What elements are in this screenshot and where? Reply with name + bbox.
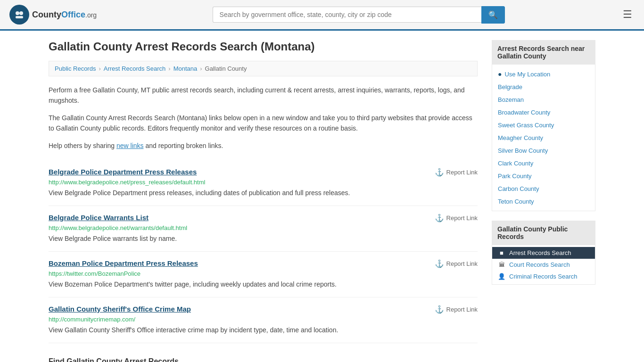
sidebar-item-clark[interactable]: Clark County <box>492 157 595 170</box>
sidebar-use-location[interactable]: ● Use My Location <box>492 67 595 81</box>
result-title[interactable]: Belgrade Police Warrants List <box>49 214 149 222</box>
use-my-location-link[interactable]: Use My Location <box>504 71 550 78</box>
breadcrumb-current: Gallatin County <box>205 65 247 72</box>
result-title[interactable]: Gallatin County Sheriff's Office Crime M… <box>49 305 191 313</box>
result-header: Belgrade Police Department Press Release… <box>49 168 478 177</box>
sidebar: Arrest Records Search near Gallatin Coun… <box>492 40 595 362</box>
court-records-link[interactable]: Court Records Search <box>509 261 570 268</box>
result-item: Bozeman Police Department Press Releases… <box>49 252 478 297</box>
report-label: Report Link <box>446 214 478 222</box>
park-county-link[interactable]: Park County <box>498 173 532 180</box>
sweet-grass-county-link[interactable]: Sweet Grass County <box>498 122 554 129</box>
sidebar-criminal-records[interactable]: 👤 Criminal Records Search <box>492 271 595 282</box>
sidebar-nearby-links: ● Use My Location Belgrade Bozeman Broad… <box>492 65 595 211</box>
result-item: Gallatin County Sheriff's Office Crime M… <box>49 297 478 343</box>
main-content: Gallatin County Arrest Records Search (M… <box>49 40 478 362</box>
section-bottom-title: Find Gallatin County Arrest Records <box>49 353 478 362</box>
new-links[interactable]: new links <box>116 142 144 149</box>
search-area: 🔍 <box>213 6 505 24</box>
breadcrumb-sep-2: › <box>168 65 170 72</box>
report-icon: ⚓ <box>435 168 444 177</box>
description-para2: The Gallatin County Arrest Records Searc… <box>49 113 478 134</box>
search-input[interactable] <box>213 7 481 23</box>
search-button[interactable]: 🔍 <box>481 6 505 24</box>
sidebar-item-meagher[interactable]: Meagher County <box>492 132 595 144</box>
broadwater-county-link[interactable]: Broadwater County <box>498 109 550 116</box>
criminal-records-icon: 👤 <box>498 273 505 280</box>
report-link-3[interactable]: ⚓ Report Link <box>435 305 478 314</box>
belgrade-link[interactable]: Belgrade <box>498 83 522 90</box>
breadcrumb: Public Records › Arrest Records Search ›… <box>49 61 478 76</box>
logo-icon <box>9 5 29 25</box>
sidebar-item-sweet-grass[interactable]: Sweet Grass County <box>492 119 595 132</box>
arrest-records-icon: ■ <box>498 249 505 256</box>
page-title: Gallatin County Arrest Records Search (M… <box>49 40 478 53</box>
sidebar-nearby-section: Arrest Records Search near Gallatin Coun… <box>492 40 595 211</box>
sidebar-nearby-header: Arrest Records Search near Gallatin Coun… <box>492 40 595 65</box>
result-url[interactable]: http://www.belgradepolice.net/warrants/d… <box>49 224 478 231</box>
svg-point-1 <box>16 11 19 15</box>
report-label: Report Link <box>446 260 478 267</box>
site-header: CountyOffice.org 🔍 ☰ <box>0 0 644 31</box>
breadcrumb-public-records[interactable]: Public Records <box>55 65 96 72</box>
sidebar-item-silver-bow[interactable]: Silver Bow County <box>492 144 595 157</box>
svg-point-2 <box>19 11 23 15</box>
breadcrumb-arrest-records[interactable]: Arrest Records Search <box>104 65 166 72</box>
sidebar-item-park[interactable]: Park County <box>492 170 595 182</box>
bozeman-link[interactable]: Bozeman <box>498 96 524 103</box>
header-right: ☰ <box>620 6 635 23</box>
result-header: Bozeman Police Department Press Releases… <box>49 259 478 268</box>
report-link-0[interactable]: ⚓ Report Link <box>435 168 478 177</box>
result-url[interactable]: http://communitycrimemap.com/ <box>49 316 478 323</box>
results-list: Belgrade Police Department Press Release… <box>49 160 478 343</box>
help-post: and reporting broken links. <box>144 142 223 149</box>
carbon-county-link[interactable]: Carbon County <box>498 185 539 192</box>
sidebar-item-carbon[interactable]: Carbon County <box>492 182 595 195</box>
main-container: Gallatin County Arrest Records Search (M… <box>39 31 605 362</box>
result-desc: View Bozeman Police Department's twitter… <box>49 280 478 289</box>
report-label: Report Link <box>446 306 478 313</box>
result-header: Gallatin County Sheriff's Office Crime M… <box>49 305 478 314</box>
breadcrumb-sep-1: › <box>99 65 100 72</box>
report-label: Report Link <box>446 169 478 176</box>
hamburger-button[interactable]: ☰ <box>620 6 635 23</box>
result-title[interactable]: Bozeman Police Department Press Releases <box>49 259 198 267</box>
result-desc: View Gallatin County Sheriff's Office in… <box>49 325 478 335</box>
sidebar-court-records[interactable]: 🏛 Court Records Search <box>492 259 595 271</box>
sidebar-public-records-links: ■ Arrest Records Search 🏛 Court Records … <box>492 245 595 285</box>
result-desc: View Belgrade Police warrants list by na… <box>49 234 478 244</box>
result-url[interactable]: http://www.belgradepolice.net/press_rele… <box>49 179 478 186</box>
result-url[interactable]: https://twitter.com/BozemanPolice <box>49 270 478 277</box>
report-link-1[interactable]: ⚓ Report Link <box>435 214 478 222</box>
sidebar-item-teton[interactable]: Teton County <box>492 195 595 208</box>
result-title[interactable]: Belgrade Police Department Press Release… <box>49 168 197 176</box>
logo-text: CountyOffice.org <box>32 10 97 20</box>
report-icon: ⚓ <box>435 305 444 314</box>
sidebar-public-records-header: Gallatin County Public Records <box>492 221 595 245</box>
sidebar-item-bozeman[interactable]: Bozeman <box>492 93 595 106</box>
sidebar-item-broadwater[interactable]: Broadwater County <box>492 106 595 119</box>
sidebar-public-records-section: Gallatin County Public Records ■ Arrest … <box>492 221 595 285</box>
clark-county-link[interactable]: Clark County <box>498 160 533 167</box>
court-records-icon: 🏛 <box>498 261 505 268</box>
logo-area: CountyOffice.org <box>9 5 97 25</box>
report-link-2[interactable]: ⚓ Report Link <box>435 259 478 268</box>
teton-county-link[interactable]: Teton County <box>498 198 534 205</box>
sidebar-arrest-records[interactable]: ■ Arrest Records Search <box>492 247 595 259</box>
svg-rect-3 <box>16 16 23 18</box>
help-text: Help others by sharing new links and rep… <box>49 140 478 151</box>
breadcrumb-sep-3: › <box>200 65 202 72</box>
breadcrumb-montana[interactable]: Montana <box>173 65 198 72</box>
report-icon: ⚓ <box>435 259 444 268</box>
silver-bow-county-link[interactable]: Silver Bow County <box>498 147 548 154</box>
svg-point-0 <box>13 8 25 21</box>
location-icon: ● <box>498 70 502 78</box>
result-header: Belgrade Police Warrants List ⚓ Report L… <box>49 214 478 222</box>
report-icon: ⚓ <box>435 214 444 222</box>
result-item: Belgrade Police Warrants List ⚓ Report L… <box>49 206 478 252</box>
arrest-records-link[interactable]: Arrest Records Search <box>509 249 571 256</box>
result-item: Belgrade Police Department Press Release… <box>49 160 478 206</box>
meagher-county-link[interactable]: Meagher County <box>498 134 543 141</box>
sidebar-item-belgrade[interactable]: Belgrade <box>492 81 595 93</box>
criminal-records-link[interactable]: Criminal Records Search <box>509 273 578 280</box>
